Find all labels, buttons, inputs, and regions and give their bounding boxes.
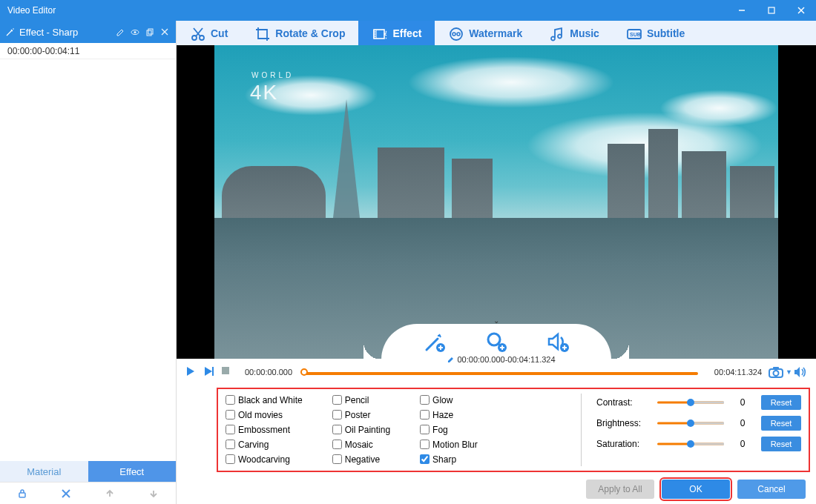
effect-label: Carving [238,440,269,450]
effect-label: Sharp [432,454,456,465]
tab-watermark-label: Watermark [469,27,522,39]
effect-checkbox[interactable] [226,395,235,405]
effect-checkbox[interactable] [226,425,235,434]
speaker-add-icon[interactable] [546,330,570,354]
effect-fog[interactable]: Fog [420,423,478,437]
maximize-button[interactable] [757,0,786,21]
effect-embossment[interactable]: Embossment [226,423,303,437]
sidebar-tabs: Material Effect [0,461,176,482]
effect-checkbox[interactable] [226,440,235,449]
reset-button[interactable]: Reset [761,437,801,451]
adjust-value: 0 [731,439,754,449]
effect-haze[interactable]: Haze [420,408,478,422]
stop-button[interactable] [221,366,233,378]
apply-all-button[interactable]: Apply to All [586,480,654,499]
copy-icon[interactable] [145,27,155,37]
reset-button[interactable]: Reset [761,416,801,431]
watermark-icon [448,26,463,41]
effect-checkbox[interactable] [332,454,342,464]
effect-poster[interactable]: Poster [332,408,390,422]
app-title: Video Editor [7,5,56,16]
effect-label: Fog [432,425,448,435]
effect-oil-painting[interactable]: Oil Painting [332,423,390,437]
adjust-slider[interactable] [657,440,724,448]
effect-checkbox[interactable] [420,395,430,405]
lock-icon[interactable] [16,487,29,500]
effect-checkbox[interactable] [332,410,342,420]
volume-icon[interactable] [794,366,807,378]
effect-negative[interactable]: Negative [332,453,390,466]
effect-label: Poster [345,410,371,420]
effect-label: Black and White [238,395,303,405]
dialog-footer: Apply to All OK Cancel [177,475,816,504]
effect-pencil[interactable]: Pencil [332,394,390,407]
clip-list: 00:00:00-00:04:11 [0,43,176,461]
svg-rect-32 [222,367,229,374]
effect-checkbox[interactable] [332,425,342,434]
preview-toolbar: ⌄ [381,324,611,359]
effect-checkbox[interactable] [420,410,430,420]
tab-subtitle[interactable]: SUB Subtitle [613,21,698,45]
effect-checkbox[interactable] [420,440,430,449]
play-button[interactable] [185,366,197,378]
eye-icon[interactable] [130,27,140,37]
effect-carving[interactable]: Carving [226,438,303,451]
play-range-button[interactable] [203,366,215,378]
edit-icon[interactable] [115,27,125,37]
tab-watermark[interactable]: Watermark [435,21,536,45]
effect-sharp[interactable]: Sharp [420,453,478,466]
reset-button[interactable]: Reset [761,395,801,410]
effect-checkbox[interactable] [332,395,342,405]
move-up-icon [103,487,116,500]
effect-woodcarving[interactable]: Woodcarving [226,453,303,466]
effect-motion-blur[interactable]: Motion Blur [420,438,478,451]
wand-icon [6,27,15,36]
wand-add-icon[interactable] [423,330,447,354]
svg-point-6 [134,31,136,33]
adjust-value: 0 [731,397,754,408]
chevron-down-icon[interactable]: ▼ [786,368,792,376]
tab-music-label: Music [570,27,599,39]
top-tabs: Cut Rotate & Crop Effect Watermark Music… [177,21,816,45]
time-end: 00:04:11.324 [704,368,762,377]
time-slider[interactable]: 00:00:00.000-00:04:11.324 [304,367,698,377]
effect-glow[interactable]: Glow [420,394,478,407]
camera-icon[interactable] [768,365,784,379]
tab-music[interactable]: Music [536,21,613,45]
sidebar-toolbar [0,482,176,504]
adjust-slider[interactable] [657,419,724,428]
zoom-add-icon[interactable] [484,330,508,354]
effect-checkbox[interactable] [226,454,235,464]
close-button[interactable] [786,0,816,21]
time-start: 00:00:00.000 [239,368,298,377]
svg-rect-8 [148,29,153,34]
tab-rotate-crop[interactable]: Rotate & Crop [241,21,358,45]
sidebar-title: Effect - Sharp [19,27,111,38]
effect-checkbox[interactable] [332,440,342,449]
video-preview-area: WORLD 4K ⌄ [177,45,816,358]
collapse-handle-icon[interactable]: ⌄ [493,316,499,325]
close-panel-icon[interactable] [159,27,170,37]
svg-rect-11 [19,493,25,497]
ok-button[interactable]: OK [662,480,730,499]
effect-old-movies[interactable]: Old movies [226,408,303,422]
timeline: 00:00:00.000 00:00:00.000-00:04:11.324 0… [177,359,816,386]
clip-item[interactable]: 00:00:00-00:04:11 [0,43,176,59]
delete-icon[interactable] [59,487,73,500]
svg-rect-1 [769,7,774,13]
tab-cut[interactable]: Cut [177,21,241,45]
preview-watermark-small: WORLD [251,71,294,79]
effect-label: Pencil [345,395,369,405]
effect-black-and-white[interactable]: Black and White [226,394,303,407]
effect-checkbox[interactable] [226,410,235,420]
tab-effect[interactable]: Effect [88,461,177,482]
cancel-button[interactable]: Cancel [737,480,806,499]
tab-effect-top[interactable]: Effect [358,21,435,45]
effect-checkbox[interactable] [420,454,430,464]
minimize-button[interactable] [727,0,757,21]
tab-material[interactable]: Material [0,461,88,482]
effect-label: Motion Blur [432,440,478,450]
effect-mosaic[interactable]: Mosaic [332,438,390,451]
adjust-slider[interactable] [657,398,724,407]
effect-checkbox[interactable] [420,425,430,434]
